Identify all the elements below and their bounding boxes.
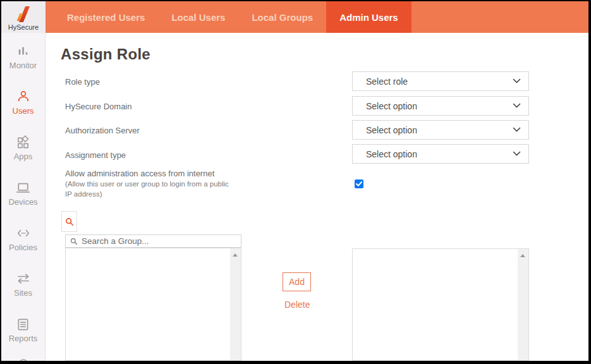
authorization-server-select[interactable]: Select option (352, 120, 529, 140)
chevron-down-icon (513, 127, 521, 133)
internet-access-sublabel: (Allow this user or user group to login … (65, 179, 233, 199)
sidebar-item-label: Monitor (9, 61, 37, 70)
add-button[interactable]: Add (283, 272, 311, 291)
hysecure-domain-select[interactable]: Select option (352, 96, 529, 116)
search-icon (65, 217, 74, 226)
available-groups-list[interactable] (65, 248, 241, 361)
role-type-label: Role type (65, 77, 100, 87)
apps-grid-icon (15, 134, 32, 150)
transfer-arrows-icon (15, 270, 32, 287)
tab-registered-users[interactable]: Registered Users (54, 1, 158, 33)
authorization-server-label: Authorization Server (65, 126, 140, 135)
check-icon (356, 181, 362, 186)
role-type-select[interactable]: Select role (352, 71, 529, 91)
partial-sidebar-icon (18, 357, 28, 361)
assigned-groups-list[interactable] (352, 248, 529, 361)
internet-access-checkbox[interactable] (355, 179, 363, 188)
delete-button[interactable]: Delete (284, 300, 310, 310)
scroll-up-arrow-icon (520, 254, 525, 257)
assignment-type-label: Assignment type (65, 150, 126, 160)
user-icon (15, 88, 32, 105)
sidebar-item-policies[interactable]: Policies (1, 222, 45, 268)
sidebar-item-label: Apps (14, 152, 33, 161)
page-title: Assign Role (61, 46, 150, 63)
search-icon (70, 238, 78, 245)
sidebar: Monitor Users (1, 33, 46, 361)
bar-chart-icon (15, 43, 32, 59)
chevron-down-icon (513, 103, 521, 109)
topbar: Registered Users Local Users Local Group… (1, 1, 588, 33)
sidebar-item-label: Users (13, 106, 34, 116)
sidebar-item-users[interactable]: Users (1, 86, 45, 131)
sidebar-item-label: Policies (9, 243, 37, 252)
group-search-input[interactable] (82, 236, 238, 246)
hysecure-logo-icon (16, 6, 30, 23)
chevron-down-icon (513, 78, 521, 84)
internet-access-label: Allow administration access from interne… (65, 169, 214, 178)
sidebar-item-reports[interactable]: Reports (1, 313, 45, 359)
hysecure-logo[interactable]: HySecure (1, 1, 46, 33)
hysecure-domain-label: HySecure Domain (65, 102, 132, 111)
chevron-down-icon (513, 151, 521, 157)
assignment-type-select[interactable]: Select option (352, 144, 529, 164)
sidebar-item-monitor[interactable]: Monitor (1, 40, 45, 86)
sidebar-item-sites[interactable]: Sites (1, 268, 45, 313)
logo-text: HySecure (8, 23, 39, 31)
sidebar-item-label: Devices (8, 197, 37, 207)
scroll-up-arrow-icon (233, 253, 238, 257)
group-search (65, 234, 241, 248)
tab-local-users[interactable]: Local Users (158, 1, 238, 33)
tab-local-groups[interactable]: Local Groups (238, 1, 326, 33)
scrollbar[interactable] (518, 249, 528, 360)
document-icon (15, 316, 32, 332)
code-brackets-icon (15, 225, 32, 241)
app-window: Registered Users Local Users Local Group… (0, 0, 591, 364)
sidebar-item-apps[interactable]: Apps (1, 131, 45, 177)
sidebar-item-label: Reports (9, 334, 38, 343)
main-content: Assign Role Role type Select role HySecu… (46, 33, 588, 361)
sidebar-item-devices[interactable]: Devices (1, 177, 45, 222)
tab-bar: Registered Users Local Users Local Group… (46, 1, 411, 33)
scrollbar[interactable] (230, 248, 241, 360)
page: Registered Users Local Users Local Group… (1, 1, 588, 361)
tab-admin-users[interactable]: Admin Users (326, 1, 411, 33)
group-search-toggle[interactable] (61, 211, 77, 232)
laptop-icon (15, 179, 32, 196)
sidebar-item-label: Sites (14, 288, 32, 298)
